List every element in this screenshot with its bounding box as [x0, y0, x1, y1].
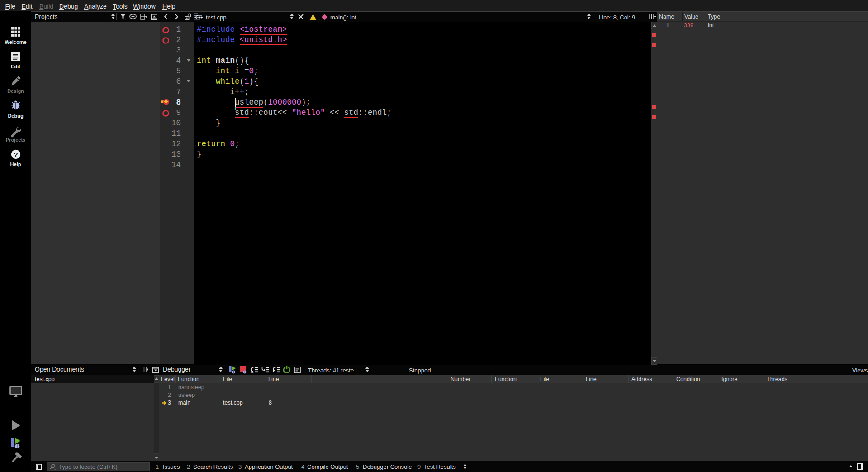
svg-text:?: ?	[14, 150, 18, 158]
